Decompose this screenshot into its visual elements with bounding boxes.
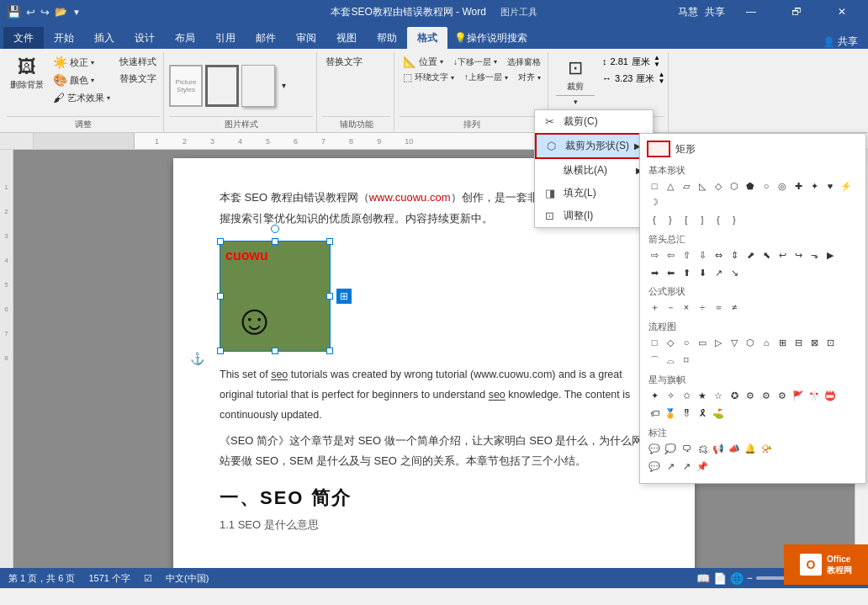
layout-view-btn[interactable]: 📖 bbox=[696, 572, 710, 585]
undo-icon[interactable]: ↩ bbox=[26, 6, 35, 19]
arrow-a3[interactable]: ⬆ bbox=[679, 265, 694, 280]
shape-lightning[interactable]: ⚡ bbox=[839, 178, 854, 194]
flow-3[interactable]: ○ bbox=[679, 335, 694, 350]
callout-b3[interactable]: ↗ bbox=[679, 459, 694, 474]
select-pane-btn[interactable]: 选择窗格 bbox=[504, 55, 544, 69]
image-container[interactable]: cuowu ☺ ⊞ bbox=[220, 241, 331, 352]
replace-text-btn[interactable]: 替换文字 bbox=[116, 72, 160, 86]
callout-7[interactable]: 🔔 bbox=[743, 441, 758, 456]
tab-home[interactable]: 开始 bbox=[44, 27, 84, 49]
menu-crop[interactable]: ✂ 裁剪(C) bbox=[535, 110, 653, 133]
flow-1[interactable]: □ bbox=[647, 335, 662, 350]
arrow-r[interactable]: ⇨ bbox=[647, 247, 662, 263]
rect-shape[interactable] bbox=[647, 141, 670, 157]
handle-tr[interactable] bbox=[326, 238, 333, 245]
callout-1[interactable]: 💬 bbox=[647, 441, 662, 456]
star-b4[interactable]: 🎗 bbox=[695, 406, 710, 421]
shape-circle[interactable]: ○ bbox=[759, 178, 774, 194]
star-2[interactable]: ✧ bbox=[663, 388, 678, 403]
star-11[interactable]: 🎌 bbox=[807, 388, 822, 403]
handle-br[interactable] bbox=[326, 348, 333, 354]
menu-fit[interactable]: ⊡ 调整(I) bbox=[535, 204, 653, 227]
tab-view[interactable]: 视图 bbox=[326, 27, 367, 49]
flow-14[interactable]: ⌓ bbox=[663, 353, 678, 368]
width-down[interactable]: ▼ bbox=[658, 78, 664, 85]
open-icon[interactable]: 📂 bbox=[55, 6, 67, 18]
redo-icon[interactable]: ↪ bbox=[40, 6, 50, 19]
pic-style-more[interactable]: ▾ bbox=[278, 65, 289, 107]
position-btn[interactable]: 📐位置▾ bbox=[400, 55, 447, 69]
minimize-btn[interactable]: — bbox=[732, 0, 770, 24]
shape-moon[interactable]: ☽ bbox=[647, 194, 662, 210]
arrow-strip[interactable]: ▶ bbox=[823, 247, 838, 263]
callout-b1[interactable]: 💬 bbox=[647, 459, 662, 474]
shape-b2[interactable]: } bbox=[663, 212, 678, 227]
tab-format[interactable]: 格式 bbox=[407, 27, 447, 49]
star-8[interactable]: ⚙ bbox=[759, 388, 774, 403]
star-10[interactable]: 🚩 bbox=[791, 388, 806, 403]
close-btn[interactable]: ✕ bbox=[823, 0, 861, 24]
shape-b6[interactable]: } bbox=[727, 212, 742, 227]
callout-b2[interactable]: ↗ bbox=[663, 459, 678, 474]
callout-8[interactable]: 📯 bbox=[759, 441, 774, 456]
flow-10[interactable]: ⊟ bbox=[791, 335, 806, 350]
shape-b3[interactable]: [ bbox=[679, 212, 694, 227]
tab-insert[interactable]: 插入 bbox=[84, 27, 124, 49]
crop-btn[interactable]: ⊡ 裁剪 ▾ bbox=[553, 55, 597, 107]
arrow-l[interactable]: ⇦ bbox=[663, 247, 678, 263]
star-12[interactable]: 📛 bbox=[823, 388, 838, 403]
formula-equal[interactable]: ＝ bbox=[711, 300, 726, 315]
tab-layout[interactable]: 布局 bbox=[165, 27, 205, 49]
layout-icon[interactable]: ⊞ bbox=[336, 289, 352, 304]
share-btn[interactable]: 共享 bbox=[705, 5, 725, 19]
star-b3[interactable]: 🎖 bbox=[679, 406, 694, 421]
arrow-lr[interactable]: ⇔ bbox=[711, 247, 726, 263]
tab-help[interactable]: 帮助 bbox=[367, 27, 407, 49]
callout-b4[interactable]: 📌 bbox=[695, 459, 710, 474]
flow-12[interactable]: ⊡ bbox=[823, 335, 838, 350]
callout-6[interactable]: 📣 bbox=[727, 441, 742, 456]
flow-9[interactable]: ⊞ bbox=[775, 335, 790, 350]
formula-minus[interactable]: － bbox=[663, 300, 678, 315]
handle-bl[interactable] bbox=[217, 348, 224, 354]
arrow-a1[interactable]: ➡ bbox=[647, 265, 662, 280]
shape-star4[interactable]: ✦ bbox=[807, 178, 822, 194]
shape-b5[interactable]: { bbox=[711, 212, 726, 227]
pic-style-item3[interactable] bbox=[241, 65, 275, 107]
arrow-u[interactable]: ⇧ bbox=[679, 247, 694, 263]
flow-13[interactable]: ⌒ bbox=[647, 353, 662, 368]
star-b5[interactable]: ⛳ bbox=[711, 406, 726, 421]
shape-parallelogram[interactable]: ▱ bbox=[679, 178, 694, 194]
star-4[interactable]: ★ bbox=[695, 388, 710, 403]
menu-fill[interactable]: ◨ 填充(L) bbox=[535, 182, 653, 204]
formula-multiply[interactable]: × bbox=[679, 300, 694, 315]
menu-crop-to-shape[interactable]: ⬡ 裁剪为形状(S) ▶ bbox=[535, 133, 653, 159]
handle-ml[interactable] bbox=[217, 293, 224, 300]
share-ribbon-btn[interactable]: 👤共享 bbox=[816, 34, 865, 49]
star-b1[interactable]: 🏷 bbox=[647, 406, 662, 421]
flow-11[interactable]: ⊠ bbox=[807, 335, 822, 350]
quick-style-btn[interactable]: 快速样式 bbox=[116, 55, 160, 69]
shape-triangle[interactable]: △ bbox=[663, 178, 678, 194]
tab-review[interactable]: 审阅 bbox=[286, 27, 326, 49]
arrow-a2[interactable]: ⬅ bbox=[663, 265, 678, 280]
correct-btn[interactable]: ☀️校正▾ bbox=[50, 55, 114, 70]
shape-diamond[interactable]: ◇ bbox=[711, 178, 726, 194]
align-btn[interactable]: 对齐▾ bbox=[515, 71, 544, 84]
formula-notequal[interactable]: ≠ bbox=[727, 300, 742, 315]
formula-divide[interactable]: ÷ bbox=[695, 300, 710, 315]
arrow-diag1[interactable]: ⬈ bbox=[743, 247, 758, 263]
shape-octagon[interactable]: ⬟ bbox=[743, 178, 758, 194]
callout-3[interactable]: 🗨 bbox=[679, 441, 694, 456]
flow-5[interactable]: ▷ bbox=[711, 335, 726, 350]
arrow-curved2[interactable]: ↪ bbox=[791, 247, 806, 263]
arrow-a4[interactable]: ⬇ bbox=[695, 265, 710, 280]
pic-style-item[interactable]: PictureStyles bbox=[169, 65, 203, 107]
arrow-a6[interactable]: ↘ bbox=[727, 265, 742, 280]
rotate-handle[interactable] bbox=[271, 225, 279, 233]
shape-rtriangle[interactable]: ◺ bbox=[695, 178, 710, 194]
shape-oval[interactable]: ◎ bbox=[775, 178, 790, 194]
zoom-out-btn[interactable]: − bbox=[747, 572, 753, 584]
remove-bg-btn[interactable]: 🖼 删除背景 bbox=[7, 55, 47, 92]
restore-btn[interactable]: 🗗 bbox=[777, 0, 816, 24]
